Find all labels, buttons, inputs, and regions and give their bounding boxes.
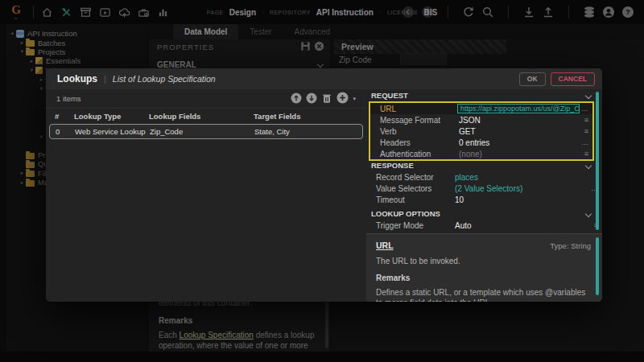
table-header: # Lookup Type Lookup Fields Target Field… [49, 112, 363, 122]
property-label: Authentication [380, 150, 431, 158]
chevron-down-icon [585, 162, 592, 168]
property-value: (none) [459, 150, 482, 158]
dialog-title-bar: Lookups | List of Lookup Specification O… [46, 68, 602, 89]
property-help-pane: URL Type: String The URL to be invoked. … [366, 233, 602, 302]
url-value-box[interactable]: https://api.zippopotam.us/us/@Zip_C... [457, 104, 580, 113]
property-label: Value Selectors [376, 184, 431, 193]
add-icon[interactable] [336, 92, 349, 105]
property-value: JSON [459, 116, 481, 125]
dropdown-button[interactable]: ≡ [584, 150, 588, 158]
property-row-message-format[interactable]: Message Format JSON ≡ [370, 114, 592, 125]
request-highlight-group: URL https://api.zippopotam.us/us/@Zip_C.… [369, 101, 594, 161]
property-row-record-selector[interactable]: Record Selector places [366, 171, 602, 183]
property-value: GET [459, 127, 476, 136]
property-row-value-selectors[interactable]: Value Selectors (2 Value Selectors) … [366, 183, 602, 194]
help-property-name: URL [376, 241, 394, 250]
property-label: Trigger Mode [376, 221, 423, 230]
lookup-list-pane: 1 items ▾ # Lookup Type Lookup Fields Ta… [46, 89, 366, 302]
request-section-header[interactable]: REQUEST [366, 90, 602, 101]
property-value: Auto [455, 221, 472, 230]
property-value: places [455, 173, 478, 182]
lookups-dialog: Lookups | List of Lookup Specification O… [46, 68, 602, 302]
property-row-authentication[interactable]: Authentication (none) ≡ [370, 148, 592, 159]
dialog-subtitle: List of Lookup Specification [113, 74, 216, 84]
ellipsis-button[interactable]: … [581, 138, 588, 146]
property-value: (2 Value Selectors) [455, 184, 522, 193]
property-row-timeout[interactable]: Timeout 10 [366, 194, 602, 205]
table-row[interactable]: 0 Web Service Lookup Zip_Code State, Cit… [49, 124, 363, 139]
cell-lookup-type: Web Service Lookup [75, 127, 146, 136]
property-row-verb[interactable]: Verb GET ≡ [370, 125, 592, 137]
cell-target-fields: State, City [254, 127, 290, 136]
request-section-title: REQUEST [371, 91, 408, 100]
help-remarks-title: Remarks [376, 274, 591, 282]
property-row-headers[interactable]: Headers 0 entries … [370, 137, 592, 148]
items-count: 1 items [56, 94, 81, 103]
property-value: 10 [455, 195, 464, 204]
scrollbar-thumb[interactable] [596, 237, 599, 295]
lookup-options-section-title: LOOKUP OPTIONS [371, 209, 440, 218]
app-window: G ⌄ PAGE Design · REPOSITORY API Instruc… [0, 0, 644, 362]
delete-icon[interactable] [321, 93, 332, 105]
cell-lookup-fields: Zip_Code [150, 127, 183, 136]
property-label: URL [380, 105, 396, 113]
help-remarks-text: Defines a static URL, or a template whic… [376, 287, 591, 302]
dropdown-button[interactable]: ≡ [584, 116, 588, 124]
property-value: 0 entries [459, 138, 489, 147]
move-down-icon[interactable] [306, 93, 317, 105]
property-label: Headers [380, 138, 411, 147]
col-target-fields: Target Fields [254, 112, 300, 121]
property-grid: REQUEST URL https://api.zippopotam.us/us… [366, 89, 602, 302]
title-separator: | [104, 74, 106, 84]
chevron-down-icon [585, 92, 592, 98]
response-section-header[interactable]: RESPONSE [366, 160, 602, 171]
property-label: Verb [380, 127, 397, 136]
chevron-down-icon [585, 210, 592, 216]
col-index: # [55, 112, 59, 121]
dialog-title: Lookups [57, 73, 97, 84]
ok-button[interactable]: OK [519, 72, 546, 86]
cell-index: 0 [56, 127, 60, 136]
property-row-url[interactable]: URL https://api.zippopotam.us/us/@Zip_C.… [370, 103, 592, 114]
scrollbar-thumb[interactable] [596, 92, 599, 230]
property-row-trigger-mode[interactable]: Trigger Mode Auto ≡ [366, 220, 602, 231]
cancel-button[interactable]: CANCEL [551, 72, 595, 86]
property-label: Message Format [380, 116, 440, 125]
response-section-title: RESPONSE [371, 161, 414, 170]
help-property-type: Type: String [550, 241, 591, 250]
property-label: Record Selector [376, 173, 434, 182]
col-lookup-fields: Lookup Fields [149, 112, 200, 121]
move-up-icon[interactable] [291, 93, 302, 105]
lookup-options-section-header[interactable]: LOOKUP OPTIONS [366, 208, 602, 219]
help-description: The URL to be invoked. [376, 257, 591, 265]
property-label: Timeout [376, 195, 405, 204]
col-lookup-type: Lookup Type [74, 112, 121, 121]
add-dropdown-caret-icon[interactable]: ▾ [353, 96, 356, 102]
dropdown-button[interactable]: ≡ [584, 127, 588, 135]
list-toolbar: 1 items ▾ [46, 89, 366, 109]
ellipsis-button[interactable]: … [581, 105, 588, 113]
